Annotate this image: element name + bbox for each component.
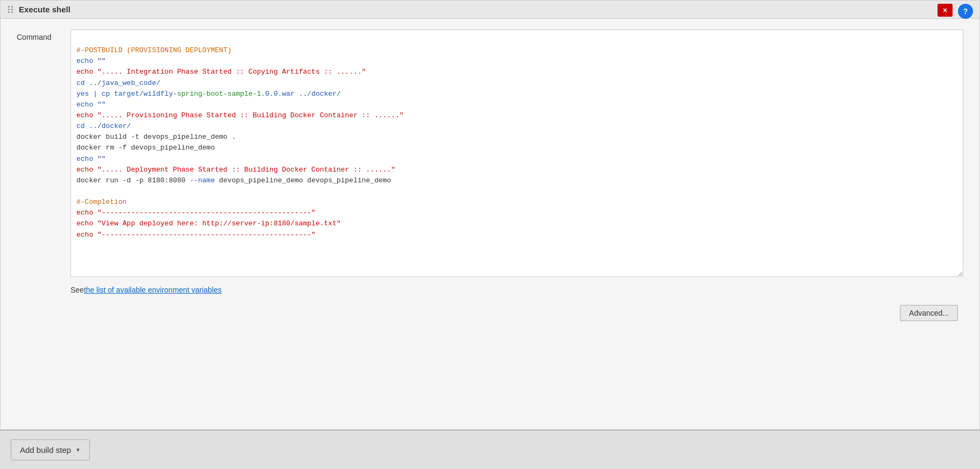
env-vars-link[interactable]: the list of available environment variab… [84, 286, 222, 294]
add-build-step-button[interactable]: Add build step ▼ [11, 439, 90, 460]
section-body: Command #-POSTBUILD (PROVISIONING DEPLOY… [0, 18, 980, 430]
advanced-row: Advanced... [17, 305, 963, 321]
code-content: #-POSTBUILD (PROVISIONING DEPLOYMENT) ec… [76, 34, 957, 251]
header-left: Execute shell [7, 5, 70, 14]
command-row: Command #-POSTBUILD (PROVISIONING DEPLOY… [17, 30, 963, 277]
dropdown-arrow-icon: ▼ [75, 447, 81, 453]
command-label: Command [17, 30, 60, 41]
drag-handle[interactable] [7, 5, 15, 14]
add-build-step-label: Add build step [20, 445, 71, 454]
env-vars-row: See the list of available environment va… [17, 286, 963, 294]
page-container: Execute shell × ? Command #-POSTBUILD (P… [0, 0, 980, 469]
command-textarea[interactable]: #-POSTBUILD (PROVISIONING DEPLOYMENT) ec… [70, 30, 963, 277]
advanced-button[interactable]: Advanced... [900, 305, 958, 321]
env-vars-prefix: See [70, 286, 84, 294]
page-footer: Add build step ▼ [0, 430, 980, 469]
close-button[interactable]: × [938, 4, 953, 17]
section-title: Execute shell [19, 5, 70, 14]
help-button[interactable]: ? [958, 4, 973, 19]
section-header: Execute shell × ? [0, 0, 980, 18]
